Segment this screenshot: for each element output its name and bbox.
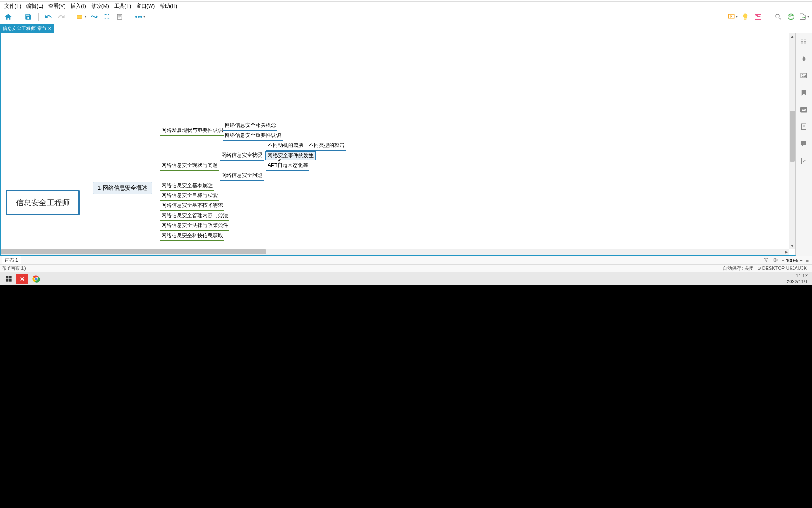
redo-icon[interactable] <box>56 12 66 22</box>
summary-icon[interactable] <box>115 12 125 22</box>
expand-toggle-icon[interactable]: + <box>206 183 211 187</box>
menu-edit[interactable]: 编辑(E) <box>24 3 46 10</box>
zoom-value: 100% <box>786 258 798 263</box>
outline-icon[interactable] <box>800 37 808 45</box>
mindmap-node[interactable]: 网络信息安全重要性认识 <box>223 131 283 141</box>
mindmap-node[interactable]: 网络信息安全相关概念 <box>223 121 277 131</box>
tab-close-icon[interactable]: × <box>48 26 51 31</box>
mindmap-node-selected[interactable]: 网络安全事件的发生 <box>265 151 316 160</box>
scroll-thumb[interactable] <box>790 111 795 162</box>
vertical-scrollbar[interactable]: ▲ ▼ <box>789 33 795 249</box>
expand-toggle-icon[interactable]: + <box>218 223 223 227</box>
svg-rect-9 <box>757 16 761 17</box>
svg-rect-24 <box>802 158 806 164</box>
mindmap-node[interactable]: APT日趋常态化等 <box>266 161 309 171</box>
insert-topic-icon[interactable]: ▾ <box>76 12 86 22</box>
save-icon[interactable] <box>23 12 33 22</box>
expand-toggle-icon[interactable]: + <box>211 193 215 197</box>
notes-icon[interactable] <box>800 123 808 131</box>
windows-start-icon[interactable] <box>3 274 15 284</box>
scroll-right-icon[interactable]: ▶ <box>783 249 789 255</box>
expand-toggle-icon[interactable]: + <box>218 213 223 217</box>
clock-time: 11:12 <box>787 273 808 278</box>
share-icon[interactable] <box>786 12 796 22</box>
gantt-icon[interactable] <box>753 12 763 22</box>
windows-taskbar: 11:12 2022/11/1 <box>0 272 812 285</box>
filter-icon[interactable] <box>764 257 769 263</box>
xmind-taskbar-icon[interactable] <box>16 274 28 284</box>
zoom-bar: 画布 1 − 100% + ≡ <box>0 256 812 264</box>
svg-point-22 <box>803 143 804 144</box>
svg-rect-0 <box>77 15 82 19</box>
toolbar-separator <box>768 13 768 21</box>
zoom-out-icon[interactable]: − <box>782 258 784 263</box>
mindmap-node[interactable]: 网络信息安全科技信息获取 <box>160 231 224 241</box>
menu-help[interactable]: 帮助(H) <box>157 3 180 10</box>
svg-rect-26 <box>6 276 8 278</box>
status-left: 布 ('画布 1') <box>2 265 26 272</box>
mindmap-node[interactable]: 网络信息安全基本技术需求 <box>160 201 224 211</box>
relationship-icon[interactable] <box>89 12 99 22</box>
chrome-taskbar-icon[interactable] <box>30 274 42 284</box>
search-icon[interactable] <box>773 12 783 22</box>
comments-icon[interactable] <box>800 140 808 148</box>
mindmap-node[interactable]: 网络信息安全现状与问题 <box>160 161 219 171</box>
document-tab[interactable]: 信息安全工程师-章节 × <box>0 24 54 33</box>
image-icon[interactable] <box>800 71 808 80</box>
font-icon[interactable]: Aa <box>800 105 808 114</box>
svg-rect-1 <box>104 14 110 19</box>
idea-icon[interactable] <box>740 12 750 22</box>
menu-insert[interactable]: 插入(I) <box>68 3 88 10</box>
toolbar-separator <box>38 13 39 21</box>
sheet-tab[interactable]: 画布 1 <box>2 256 21 265</box>
present-icon[interactable]: ▾ <box>727 12 738 22</box>
menu-tools[interactable]: 工具(T) <box>112 3 134 10</box>
expand-toggle-icon[interactable]: + <box>257 173 261 177</box>
scroll-down-icon[interactable]: ▼ <box>789 243 795 249</box>
black-border <box>0 285 812 508</box>
mindmap-node[interactable]: 网络信息安全目标与功能 <box>160 191 219 201</box>
taskbar-clock[interactable]: 11:12 2022/11/1 <box>784 273 810 284</box>
scroll-up-icon[interactable]: ▲ <box>789 33 795 39</box>
svg-rect-10 <box>756 18 758 18</box>
canvas-area[interactable]: 信息安全工程师 1-网络信息安全概述 网络发展现状与重要性认识 网络信息安全现状… <box>0 33 796 256</box>
horizontal-scrollbar[interactable]: ▶ <box>1 249 789 255</box>
tab-label: 信息安全工程师-章节 <box>3 25 47 32</box>
status-host: ⊙ DESKTOP-U6JAU3K <box>757 266 807 271</box>
mindmap-node[interactable]: 不同动机的威胁，不同类型的攻击 <box>266 141 346 151</box>
status-autosave: 自动保存: 关闭 <box>723 265 753 272</box>
more-icon[interactable]: ▾ <box>135 12 145 22</box>
mindmap-node[interactable]: 网络发展现状与重要性认识 <box>160 126 224 136</box>
marker-icon[interactable] <box>800 88 808 97</box>
svg-rect-27 <box>9 276 12 278</box>
menu-file[interactable]: 文件(F) <box>2 3 24 10</box>
export-icon[interactable]: ▾ <box>799 12 809 22</box>
format-icon[interactable] <box>800 54 808 63</box>
zoom-list-icon[interactable]: ≡ <box>806 258 809 263</box>
svg-point-17 <box>802 74 803 75</box>
expand-toggle-icon[interactable]: − <box>257 152 261 157</box>
toolbar-separator <box>130 13 130 21</box>
mindmap-node[interactable]: 网络信息安全基本属性 <box>160 181 214 191</box>
home-icon[interactable] <box>3 12 13 22</box>
boundary-icon[interactable] <box>102 12 112 22</box>
svg-point-3 <box>135 16 137 18</box>
task-icon[interactable] <box>800 157 808 165</box>
svg-point-4 <box>138 16 140 18</box>
mindmap-node-l1[interactable]: 1-网络信息安全概述 <box>93 182 152 194</box>
menu-window[interactable]: 窗口(W) <box>134 3 157 10</box>
svg-point-12 <box>788 14 794 20</box>
zoom-in-icon[interactable]: + <box>800 258 802 263</box>
status-bar: 布 ('画布 1') 自动保存: 关闭 ⊙ DESKTOP-U6JAU3K <box>0 264 812 272</box>
scroll-thumb[interactable] <box>1 249 266 254</box>
toolbar-separator <box>18 13 18 21</box>
clock-date: 2022/11/1 <box>787 279 808 284</box>
menu-view[interactable]: 查看(V) <box>46 3 68 10</box>
svg-point-25 <box>774 259 776 261</box>
undo-icon[interactable] <box>43 12 54 22</box>
menu-modify[interactable]: 修改(M) <box>89 3 112 10</box>
svg-rect-29 <box>9 279 12 281</box>
tab-bar: 信息安全工程师-章节 × <box>0 23 812 33</box>
eye-icon[interactable] <box>772 258 778 263</box>
mindmap-root-node[interactable]: 信息安全工程师 <box>6 190 80 215</box>
